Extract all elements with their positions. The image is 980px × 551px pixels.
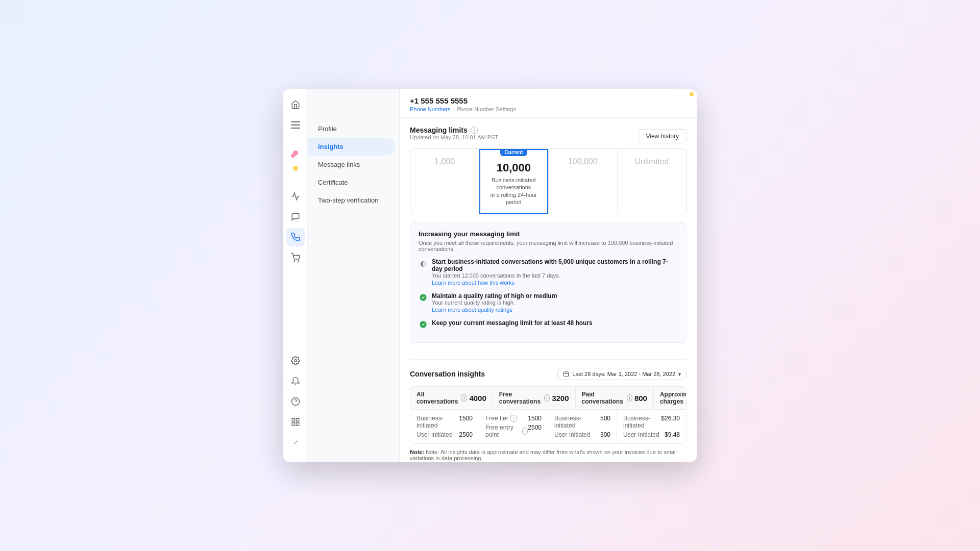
requirement-link-0[interactable]: Learn more about how this works [432, 280, 514, 286]
view-history-button[interactable]: View history [639, 129, 687, 143]
svg-rect-1 [291, 124, 300, 126]
insights-row-1-1: Free entry point i 2500 [485, 423, 542, 439]
insights-row-0-0: Business-initiated 1500 [416, 414, 473, 430]
requirement-item-2: Keep your current messaging limit for at… [419, 319, 678, 329]
tier-cell-unlimited: Unlimited [618, 149, 686, 214]
conversation-insights-section: Conversation insights Last 28 days: Mar … [400, 360, 697, 462]
svg-point-5 [294, 360, 297, 362]
bell-icon-btn[interactable] [286, 372, 305, 390]
svg-rect-10 [296, 423, 299, 425]
help-icon-btn[interactable] [286, 392, 305, 411]
tier-cell-10000: Current 10,000 Business-initiated conver… [479, 149, 548, 214]
insights-col-2: Business-initiated 500 User-initiated 30… [548, 409, 617, 443]
main-content: +1 555 555 5555 Phone Numbers › Phone Nu… [400, 89, 697, 462]
insights-col-val-2: 800 [634, 394, 647, 403]
insights-col-title-2: Paid conversations [582, 391, 625, 405]
sidebar-item-profile[interactable]: Profile [308, 120, 395, 138]
insights-col-header-3: Approximate charges i $35.78 [654, 387, 687, 409]
increasing-limit-section: Increasing your messaging limit Once you… [410, 222, 687, 343]
increasing-limit-title: Increasing your messaging limit [419, 230, 678, 238]
phone-icon-btn[interactable] [286, 228, 305, 246]
messaging-limits-header: Messaging limits i Updated on May 28, 10… [410, 126, 687, 146]
requirement-icon-1 [419, 293, 428, 302]
requirement-title-2: Keep your current messaging limit for at… [432, 319, 593, 327]
requirement-icon-2 [419, 320, 428, 329]
current-badge: Current [500, 148, 527, 156]
pink-dot-indicator [293, 151, 298, 156]
requirement-item-1: Maintain a quality rating of high or med… [419, 292, 678, 313]
requirement-title-1: Maintain a quality rating of high or med… [432, 292, 557, 299]
phone-number: +1 555 555 5555 [410, 96, 687, 105]
messaging-limits-title: Messaging limits i [410, 126, 498, 134]
svg-rect-8 [292, 418, 295, 421]
tier-cell-1000: 1,000 [410, 149, 479, 214]
svg-point-3 [294, 261, 295, 262]
grid-icon-btn[interactable] [286, 413, 305, 431]
messaging-limits-section: Messaging limits i Updated on May 28, 10… [400, 118, 697, 359]
chat-icon-btn[interactable] [286, 208, 305, 226]
free-tier-info-icon[interactable]: i [510, 415, 517, 422]
date-range-label: Last 28 days: Mar 1, 2022 - Mar 28, 2022 [572, 371, 675, 377]
svg-rect-11 [292, 423, 295, 425]
requirement-icon-0: ◐ [419, 259, 428, 268]
svg-rect-9 [296, 418, 299, 421]
insights-info-icon-2[interactable]: i [627, 394, 632, 402]
yellow-dot-indicator [293, 166, 298, 171]
tier-value-10000: 10,000 [484, 161, 543, 174]
sidebar-item-insights[interactable]: Insights [308, 138, 395, 156]
svg-rect-0 [291, 121, 300, 122]
icon-bar: ⤢ [283, 89, 308, 462]
calendar-icon [563, 371, 569, 377]
svg-point-4 [298, 261, 299, 262]
insights-row-0-1: User-initiated 2500 [416, 430, 473, 439]
messaging-tier-row: 1,000 Current 10,000 Business-initiated … [410, 148, 687, 214]
insights-col-header-0: All conversations i 4000 [410, 387, 493, 409]
date-range-button[interactable]: Last 28 days: Mar 1, 2022 - Mar 28, 2022… [557, 368, 687, 380]
cart-icon-btn[interactable] [286, 248, 305, 267]
breadcrumb-parent[interactable]: Phone Numbers [410, 106, 451, 112]
analytics-icon-btn[interactable] [286, 187, 305, 206]
insights-table-header: All conversations i 4000 Free conversati… [410, 387, 686, 409]
insights-col-1: Free tier i 1500 Free entry point i 2500 [479, 409, 548, 443]
requirement-content-1: Maintain a quality rating of high or med… [432, 292, 557, 313]
insights-col-0: Business-initiated 1500 User-initiated 2… [410, 409, 479, 443]
requirement-link-1[interactable]: Learn more about quality ratings [432, 307, 512, 313]
insights-info-icon-0[interactable]: i [461, 394, 467, 402]
insights-row-2-0: Business-initiated 500 [554, 414, 610, 430]
insights-col-val-1: 3200 [552, 394, 569, 403]
breadcrumb: Phone Numbers › Phone Number Settings [410, 106, 687, 112]
insights-col-header-2: Paid conversations i 800 [576, 387, 654, 409]
insights-header-row: Conversation insights Last 28 days: Mar … [410, 368, 687, 380]
messaging-limits-info-icon[interactable]: i [471, 127, 478, 134]
insights-row-1-0: Free tier i 1500 [485, 414, 542, 423]
insights-table-body: Business-initiated 1500 User-initiated 2… [410, 409, 686, 443]
insights-table: All conversations i 4000 Free conversati… [410, 386, 687, 444]
main-window: ⤢ Profile Insights Message links Certifi… [283, 89, 697, 462]
requirement-desc-0: You started 12,000 conversations in the … [432, 272, 678, 279]
svg-rect-14 [564, 372, 569, 377]
insights-note: Note: Note: All insights data is approxi… [410, 449, 687, 461]
requirement-desc-1: Your current quality rating is high. [432, 299, 557, 306]
increasing-limit-desc: Once you meet all these requirements, yo… [419, 240, 678, 252]
insights-col-title-0: All conversations [416, 391, 459, 405]
breadcrumb-current: Phone Number Settings [456, 106, 516, 112]
tier-label-10000: Business-initiated conversationsin a rol… [484, 177, 543, 206]
insights-col-val-0: 4000 [469, 394, 486, 403]
expand-icon-btn[interactable]: ⤢ [286, 433, 305, 452]
insights-row-3-1: User-initiated $9.48 [623, 430, 680, 439]
requirement-content-2: Keep your current messaging limit for at… [432, 319, 593, 327]
tier-value-100000: 100,000 [554, 157, 612, 166]
sidebar-item-certificate[interactable]: Certificate [308, 173, 395, 191]
insights-info-icon-1[interactable]: i [544, 394, 550, 402]
home-icon-btn[interactable] [286, 95, 305, 114]
insights-row-2-1: User-initiated 300 [554, 430, 610, 439]
app-shell: ⤢ Profile Insights Message links Certifi… [0, 0, 980, 551]
menu-icon-btn[interactable] [286, 116, 305, 134]
sidebar-item-message-links[interactable]: Message links [308, 156, 395, 173]
insights-col-header-1: Free conversations i 3200 [493, 387, 576, 409]
sidebar-item-two-step[interactable]: Two-step verification [308, 191, 395, 209]
requirement-title-0: Start business-initiated conversations w… [432, 258, 678, 272]
tier-cell-100000: 100,000 [549, 149, 618, 214]
settings-icon-btn[interactable] [286, 352, 305, 370]
free-entry-info-icon[interactable]: i [522, 428, 528, 435]
